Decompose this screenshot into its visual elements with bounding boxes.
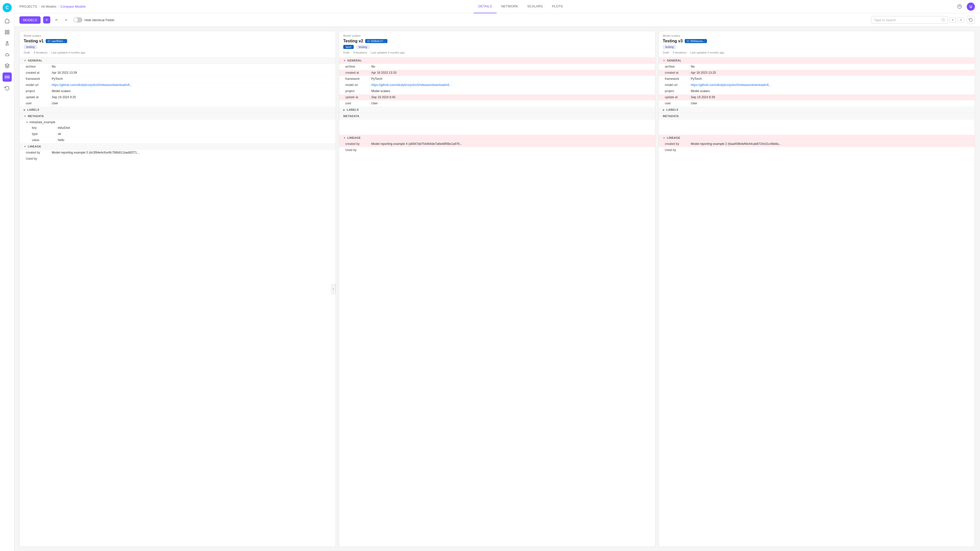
field-val: Model reporting example 4 (a6947dd754464… (371, 142, 462, 146)
panel-v1-header: Model scalars Testing v1 ID caef90bd... … (20, 31, 336, 57)
panel-v1-status: Draft (24, 51, 30, 54)
help-icon[interactable] (956, 3, 964, 11)
sidebar-icon-layers[interactable] (3, 61, 12, 70)
panel-v1-lineage-section: ▼ LINEAGE created by : Model reporting e… (20, 143, 336, 162)
sidebar-icon-models[interactable] (3, 73, 12, 82)
field-key: archive (665, 65, 688, 68)
field-sep: : (369, 89, 370, 93)
panel-v1-label: Model scalars (24, 34, 331, 37)
tab-details[interactable]: DETAILS (474, 0, 496, 13)
field-key: framework (665, 77, 688, 81)
panel-v1-general-header[interactable]: ▼ GENERAL (20, 57, 336, 64)
field-project-v2: project : Model scalars (339, 88, 655, 94)
field-key: project (26, 89, 49, 93)
sidebar-icon-cloud[interactable] (3, 50, 12, 59)
main-content: PROJECTS / All Models / Compare Models D… (14, 0, 980, 551)
field-sep: : (369, 77, 370, 81)
tab-scalars[interactable]: SCALARS (523, 0, 547, 13)
tab-plots[interactable]: PLOTS (547, 0, 568, 13)
field-val-link[interactable]: https://github.com/ultralytics/yolov5/re… (371, 83, 452, 87)
svg-rect-2 (5, 30, 6, 32)
field-val: User (52, 102, 58, 105)
panel-v2-general-header[interactable]: ▼ GENERAL (339, 57, 655, 64)
panel-v1-metadata-header[interactable]: ▼ METADATA (20, 113, 336, 119)
panel-v1-id-badge[interactable]: ID caef90bd... (46, 39, 67, 43)
app-logo[interactable]: C (3, 3, 12, 12)
metadata-title: METADATA (663, 114, 679, 118)
panel-v2-metadata-header[interactable]: METADATA (339, 113, 655, 119)
breadcrumb-projects[interactable]: PROJECTS (19, 5, 37, 8)
panel-v2-labels-header[interactable]: ▶ LABELS (339, 106, 655, 113)
panel-v1-lineage-header[interactable]: ▼ LINEAGE (20, 143, 336, 150)
hide-identical-toggle[interactable] (73, 17, 83, 22)
field-sep: : (50, 83, 51, 87)
models-button[interactable]: MODELS (19, 16, 41, 24)
panel-v2-status: Draft (343, 51, 349, 54)
panel-v3-metadata-header[interactable]: METADATA (659, 113, 975, 119)
panel-v2-tag-best[interactable]: best (343, 45, 354, 49)
svg-rect-5 (5, 33, 6, 34)
sidebar-icon-pipeline[interactable] (3, 16, 12, 25)
labels-title: LABELS (27, 108, 39, 111)
panel-v2-label: Model scalars (343, 34, 651, 37)
panel-v1-general-section: ▼ GENERAL archive : No created at : Apr … (20, 57, 336, 106)
panel-v3-id-badge[interactable]: ID 999dacea... (685, 39, 707, 43)
panel-v3-lineage-header[interactable]: ▼ LINEAGE (659, 135, 975, 141)
panel-v3-id-value: 999dacea... (690, 40, 705, 43)
panel-v1-labels-header[interactable]: ▶ LABELS (20, 106, 336, 113)
panel-v3-labels-header[interactable]: ▶ LABELS (659, 106, 975, 113)
field-val-link[interactable]: https://github.com/ultralytics/yolov5/re… (691, 83, 772, 87)
id-badge-label: ID (687, 40, 689, 43)
user-avatar[interactable]: U (967, 3, 975, 11)
metadata-chevron-icon: ▼ (24, 115, 26, 118)
tab-network[interactable]: NETWORK (496, 0, 523, 13)
general-chevron-icon: ▼ (663, 59, 665, 62)
field-key: framework (345, 77, 368, 81)
field-sep: : (689, 65, 690, 68)
refresh-button[interactable] (967, 16, 975, 24)
field-sep: : (50, 102, 51, 105)
field-project-v3: project : Model scalars (659, 88, 975, 94)
panel-v1-tag-testing[interactable]: testing (24, 45, 37, 49)
panel-v2-id-badge[interactable]: ID 568b8c37... (365, 39, 388, 43)
general-title: GENERAL (28, 59, 42, 62)
field-sep: : (689, 142, 690, 146)
model-panel-v1: Model scalars Testing v1 ID caef90bd... … (19, 31, 336, 547)
field-sep: : (56, 138, 57, 142)
panel-v3-general-header[interactable]: ▼ GENERAL (659, 57, 975, 64)
breadcrumb-compare-models[interactable]: Compare Models (60, 5, 86, 8)
field-sep: : (56, 132, 57, 136)
sidebar-icon-refresh[interactable] (3, 84, 12, 93)
search-input[interactable] (874, 18, 940, 22)
search-prev-button[interactable] (950, 17, 956, 22)
add-model-button[interactable]: + (43, 16, 50, 24)
panel-v3-tag-testing[interactable]: testing (663, 45, 676, 49)
panel-v1-collapse-toggle[interactable] (331, 284, 336, 294)
panel-v1-meta: Draft · 9 iterations · Last updated 4 mo… (24, 51, 331, 57)
panel-v2-title-row: Testing v2 ID 568b8c37... (343, 39, 651, 43)
panel-v3-title-row: Testing v3 ID 999dacea... (663, 39, 970, 43)
panel-v2-tag-testing[interactable]: testing (356, 45, 369, 49)
field-val-link[interactable]: https://github.com/ultralytics/yolov5/re… (52, 83, 132, 87)
field-val: Sep 19 2024 8:39 (691, 95, 715, 99)
labels-chevron-icon: ▶ (343, 108, 345, 111)
expand-down-button[interactable] (62, 16, 70, 24)
field-key: project (345, 89, 368, 93)
field-key: model url (26, 83, 49, 87)
panel-v2-lineage-header[interactable]: ▼ LINEAGE (339, 135, 655, 141)
breadcrumb-all-models[interactable]: All Models (41, 5, 56, 8)
field-val: No (691, 65, 695, 68)
sidebar-icon-grid[interactable] (3, 27, 12, 37)
toolbar: MODELS + Hide Identical Fields (14, 13, 980, 27)
metadata-example-sub[interactable]: ▼ metadata_example (20, 119, 336, 125)
field-key: user (26, 102, 49, 105)
general-chevron-icon: ▼ (24, 59, 26, 62)
lineage-title: LINEAGE (667, 136, 680, 139)
field-sep: : (369, 71, 370, 75)
panel-v3-lineage-section: ▼ LINEAGE created by : Model reporting e… (659, 135, 975, 153)
field-archive: archive : No (20, 64, 336, 70)
search-next-button[interactable] (958, 17, 964, 22)
field-key: user (345, 102, 368, 105)
sidebar-icon-flask[interactable] (3, 39, 12, 48)
expand-up-button[interactable] (53, 16, 60, 24)
